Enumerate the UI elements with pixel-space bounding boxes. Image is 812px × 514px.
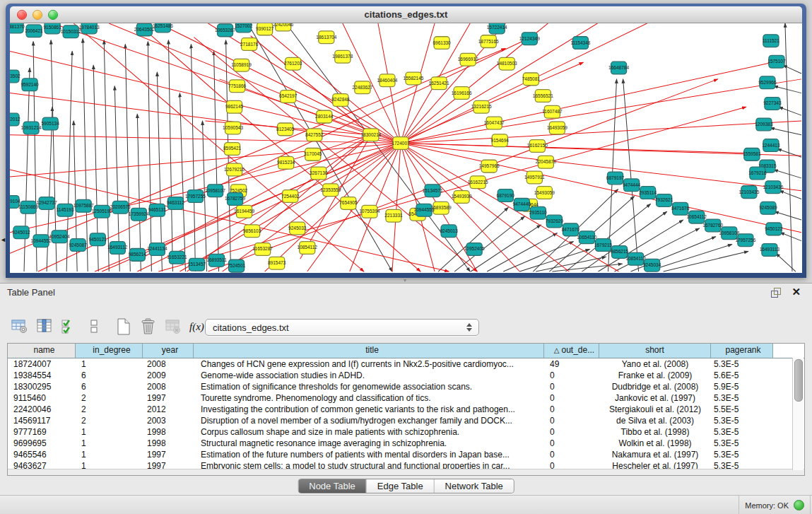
close-button[interactable]: [17, 10, 27, 20]
graph-node-label: 9450122: [765, 226, 783, 231]
graph-node-label: 16782759: [225, 197, 245, 201]
graph-node-label: 16194459: [234, 209, 254, 214]
column-header-pagerank[interactable]: pagerank: [711, 344, 773, 358]
column-header-in_degree[interactable]: in_degree: [76, 344, 143, 358]
graph-edge[interactable]: [208, 79, 718, 271]
column-header-title[interactable]: title: [194, 344, 544, 358]
new-column-icon[interactable]: [112, 316, 135, 337]
column-header-name[interactable]: name: [8, 344, 76, 358]
graph-node-label: 2718176: [240, 42, 259, 47]
network-svg: 1724007183002149154694160474371321621516…: [10, 23, 802, 273]
tab-network-table[interactable]: Network Table: [434, 479, 514, 493]
cell-name: 9465546: [8, 449, 76, 460]
graph-node-label: 9150861: [43, 25, 61, 30]
cell-out: 0: [544, 381, 599, 392]
graph-edge[interactable]: [623, 79, 639, 271]
graph-edge[interactable]: [783, 65, 801, 74]
window-titlebar[interactable]: citations_edges.txt: [10, 6, 802, 23]
table-row[interactable]: 977716911998Corpus callosum shape and si…: [8, 426, 804, 438]
graph-edge[interactable]: [401, 144, 801, 191]
graph-edge[interactable]: [775, 211, 801, 220]
graph-edge[interactable]: [779, 107, 801, 115]
delete-column-icon[interactable]: [137, 316, 160, 337]
cell-short: Jankovic et al. (1997): [599, 392, 711, 404]
graph-edge[interactable]: [785, 23, 792, 271]
graph-node-label: 16196166: [452, 90, 472, 95]
graph-node-label: 12942737: [37, 200, 57, 205]
table-row[interactable]: 2242004622012Investigating the contribut…: [8, 404, 804, 415]
cell-short: Franke et al. (2009): [599, 370, 711, 381]
graph-node-label: 2006421: [25, 28, 43, 33]
graph-node-label: 1575107: [767, 59, 786, 64]
cell-year: 2009: [143, 370, 194, 381]
graph-node-label: 13216215: [471, 104, 492, 109]
table-row[interactable]: 1872400712008Changes of HCN gene express…: [8, 358, 804, 370]
graph-edge[interactable]: [83, 39, 88, 271]
cell-title: Structural magnetic resonance image aver…: [194, 438, 544, 449]
graph-edge[interactable]: [664, 251, 748, 271]
tab-node-table[interactable]: Node Table: [298, 479, 366, 493]
column-header-year[interactable]: year: [143, 344, 194, 358]
graph-node-label: 1209383: [755, 122, 773, 127]
graph-edge[interactable]: [148, 42, 151, 271]
table-row[interactable]: 1938455462009Genome-wide association stu…: [8, 370, 804, 381]
sort-asc-icon: △: [554, 344, 560, 357]
graph-edge[interactable]: [191, 45, 195, 271]
graph-node-label: 11653287: [252, 246, 273, 251]
table-row[interactable]: 1456911722003Disruption of a novel membe…: [8, 415, 804, 426]
cell-year: 2008: [143, 358, 194, 370]
table-row[interactable]: 946554611997Estimation of the future num…: [8, 449, 804, 460]
show-columns-icon[interactable]: [33, 316, 56, 337]
status-bar: Memory: OK: [0, 495, 812, 514]
column-header-out_degree[interactable]: △out_de...: [544, 344, 599, 358]
graph-edge[interactable]: [214, 51, 219, 271]
graph-edge[interactable]: [770, 128, 801, 135]
table-mode-icon[interactable]: [8, 316, 31, 337]
graph-node-label: 1679215: [594, 243, 613, 247]
graph-edge[interactable]: [776, 253, 796, 271]
table-toolbar: f(x): [8, 315, 211, 339]
table-row[interactable]: 969969511998Structural magnetic resonanc…: [8, 438, 804, 449]
zoom-button[interactable]: [48, 10, 58, 20]
graph-node-label: 14957966: [479, 163, 500, 168]
column-header-short[interactable]: short: [599, 344, 711, 358]
graph-edge[interactable]: [168, 40, 172, 271]
graph-edge[interactable]: [774, 86, 801, 93]
table-row[interactable]: 1830029562008Estimation of significance …: [8, 381, 804, 392]
cell-indeg: 6: [76, 381, 143, 392]
table-row[interactable]: 911546021997Tourette syndrome. Phenomeno…: [8, 392, 804, 404]
vertical-scrollbar[interactable]: [792, 358, 804, 470]
table-panel: Table Panel ✕ f(x) citations_edges.txt: [0, 283, 812, 514]
graph-node-label: 14810503: [497, 61, 517, 66]
network-canvas[interactable]: 1724007183002149154694160474371321621516…: [10, 23, 802, 273]
graph-edge[interactable]: [401, 62, 772, 143]
cell-out: 0: [544, 449, 599, 460]
graph-edge[interactable]: [401, 144, 748, 153]
graph-edge[interactable]: [487, 233, 557, 271]
close-panel-icon[interactable]: ✕: [792, 286, 801, 298]
graph-node-label: 5905134: [41, 121, 59, 126]
select-all-icon[interactable]: [58, 316, 81, 337]
cell-title: Investigating the contribution of common…: [194, 404, 544, 415]
graph-node-label: 22420046: [273, 23, 293, 27]
tab-edge-table[interactable]: Edge Table: [366, 479, 434, 493]
graph-edge[interactable]: [401, 121, 801, 144]
graph-node-label: 16966910: [458, 57, 478, 62]
minimize-button[interactable]: [33, 10, 42, 20]
cell-year: 2008: [143, 381, 194, 392]
delete-table-icon: [162, 316, 184, 337]
graph-edge[interactable]: [24, 68, 30, 271]
graph-node-label: 8915473: [268, 260, 286, 265]
float-panel-icon[interactable]: [771, 288, 781, 297]
graph-node-label: 1881370: [10, 24, 25, 29]
table-selector-dropdown[interactable]: citations_edges.txt: [205, 319, 479, 336]
memory-status-icon[interactable]: [794, 500, 804, 510]
scrollbar-thumb[interactable]: [794, 359, 803, 402]
hide-rows-icon[interactable]: [83, 316, 105, 337]
graph-node-label: 18775165: [478, 39, 499, 44]
horizontal-scrollbar[interactable]: [8, 469, 804, 475]
graph-node-label: 16493113: [760, 247, 780, 252]
graph-edge[interactable]: [157, 72, 162, 271]
graph-edge[interactable]: [774, 170, 801, 178]
cell-title: Disruption of a novel member of a sodium…: [194, 415, 544, 426]
